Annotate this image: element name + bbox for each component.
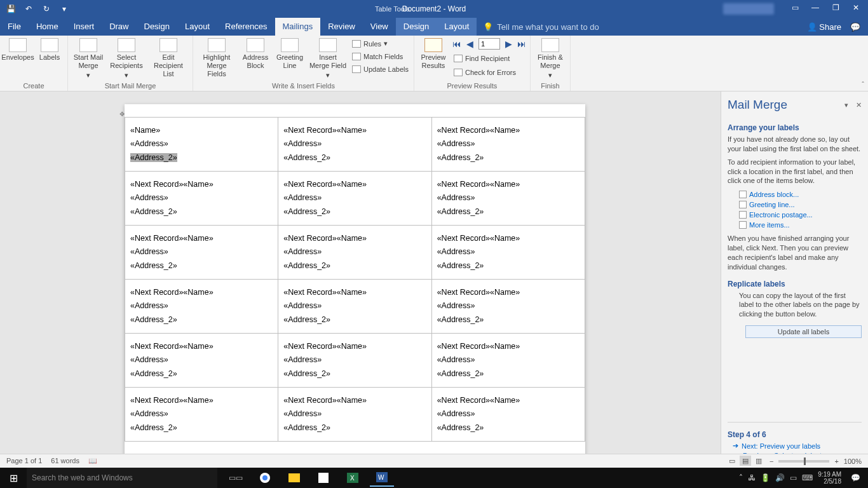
tab-home[interactable]: Home xyxy=(29,18,66,36)
battery-icon[interactable]: 🔋 xyxy=(761,473,770,482)
last-record-icon[interactable]: ⏭ xyxy=(517,39,526,49)
tab-table-design[interactable]: Design xyxy=(396,18,437,36)
start-mail-merge-button[interactable]: Start Mail Merge ▾ xyxy=(72,38,105,80)
pane-close-icon[interactable]: ✕ xyxy=(856,101,862,109)
tray-chevron-icon[interactable]: ˄ xyxy=(739,473,743,482)
next-record-icon[interactable]: ▶ xyxy=(505,39,512,49)
electronic-postage-link[interactable]: Electronic postage... xyxy=(739,211,862,219)
label-cell[interactable]: «Next Record»«Name»«Address»«Address_2» xyxy=(431,334,585,388)
keyboard-icon[interactable]: ⌨ xyxy=(802,473,813,482)
label-cell[interactable]: «Next Record»«Name»«Address»«Address_2» xyxy=(431,226,585,280)
update-all-labels-button[interactable]: Update all labels xyxy=(745,325,862,338)
record-number-input[interactable] xyxy=(478,38,500,50)
document-area[interactable]: ✥ «Name»«Address»«Address_2»«Next Record… xyxy=(0,92,721,465)
qat-customize-icon[interactable]: ▾ xyxy=(58,4,70,13)
label-cell[interactable]: «Next Record»«Name»«Address»«Address_2» xyxy=(278,172,431,226)
label-cell[interactable]: «Next Record»«Name»«Address»«Address_2» xyxy=(431,280,585,334)
share-button[interactable]: 👤 Share xyxy=(807,22,841,32)
label-cell[interactable]: «Name»«Address»«Address_2» xyxy=(125,118,278,172)
label-cell[interactable]: «Next Record»«Name»«Address»«Address_2» xyxy=(125,226,278,280)
label-cell[interactable]: «Next Record»«Name»«Address»«Address_2» xyxy=(125,172,278,226)
spellcheck-icon[interactable]: 📖 xyxy=(88,457,97,465)
network-icon[interactable]: 🖧 xyxy=(748,473,756,482)
label-cell[interactable]: «Next Record»«Name»«Address»«Address_2» xyxy=(125,280,278,334)
read-mode-icon[interactable]: ▭ xyxy=(726,456,738,466)
tab-layout[interactable]: Layout xyxy=(177,18,217,36)
word-count[interactable]: 61 words xyxy=(51,457,79,465)
ime-icon[interactable]: ▭ xyxy=(790,473,797,482)
tab-review[interactable]: Review xyxy=(320,18,363,36)
label-cell[interactable]: «Next Record»«Name»«Address»«Address_2» xyxy=(278,280,431,334)
highlight-merge-fields-button[interactable]: Highlight Merge Fields xyxy=(197,38,236,79)
tab-file[interactable]: File xyxy=(0,18,29,36)
next-step-link[interactable]: ➔ Next: Preview your labels xyxy=(733,442,862,450)
prev-record-icon[interactable]: ◀ xyxy=(466,39,473,49)
minimize-icon[interactable]: — xyxy=(810,3,821,15)
redo-icon[interactable]: ↻ xyxy=(41,4,52,13)
web-layout-icon[interactable]: ▥ xyxy=(753,456,764,466)
pane-options-icon[interactable]: ▾ xyxy=(844,101,848,109)
page-indicator[interactable]: Page 1 of 1 xyxy=(6,457,42,465)
notifications-icon[interactable]: 💬 xyxy=(846,473,864,482)
address-block-button[interactable]: Address Block xyxy=(240,38,271,70)
user-account-button[interactable] xyxy=(723,3,774,15)
tab-table-layout[interactable]: Layout xyxy=(437,18,477,36)
chrome-icon[interactable] xyxy=(253,469,277,487)
preview-results-button[interactable]: Preview Results xyxy=(418,38,449,70)
word-icon[interactable]: W xyxy=(370,469,394,487)
feedback-icon[interactable]: 💬 xyxy=(850,22,860,32)
labels-table[interactable]: «Name»«Address»«Address_2»«Next Record»«… xyxy=(125,117,585,442)
label-cell[interactable]: «Next Record»«Name»«Address»«Address_2» xyxy=(125,388,278,442)
zoom-out-icon[interactable]: − xyxy=(770,458,773,465)
check-errors-button[interactable]: Check for Errors xyxy=(452,67,526,78)
store-icon[interactable] xyxy=(311,469,336,487)
tab-draw[interactable]: Draw xyxy=(102,18,136,36)
select-recipients-button[interactable]: Select Recipients ▾ xyxy=(109,38,144,80)
label-cell[interactable]: «Next Record»«Name»«Address»«Address_2» xyxy=(278,334,431,388)
close-icon[interactable]: ✕ xyxy=(850,3,862,15)
save-icon[interactable]: 💾 xyxy=(5,4,17,13)
edit-recipient-list-button[interactable]: Edit Recipient List xyxy=(148,38,189,79)
rules-button[interactable]: Rules ▾ xyxy=(351,38,410,49)
label-cell[interactable]: «Next Record»«Name»«Address»«Address_2» xyxy=(278,118,431,172)
label-cell[interactable]: «Next Record»«Name»«Address»«Address_2» xyxy=(125,334,278,388)
match-fields-button[interactable]: Match Fields xyxy=(351,51,410,62)
find-recipient-button[interactable]: Find Recipient xyxy=(452,53,526,64)
task-view-icon[interactable]: ▭▭ xyxy=(224,469,248,487)
restore-icon[interactable]: ❐ xyxy=(830,3,841,15)
address-block-link[interactable]: Address block... xyxy=(739,191,862,198)
label-cell[interactable]: «Next Record»«Name»«Address»«Address_2» xyxy=(431,172,585,226)
print-layout-icon[interactable]: ▤ xyxy=(740,456,751,466)
zoom-in-icon[interactable]: + xyxy=(834,458,838,465)
start-button[interactable]: ⊞ xyxy=(0,472,27,484)
file-explorer-icon[interactable] xyxy=(282,469,306,487)
label-cell[interactable]: «Next Record»«Name»«Address»«Address_2» xyxy=(431,388,585,442)
table-select-handle-icon[interactable]: ✥ xyxy=(119,111,125,118)
labels-button[interactable]: Labels xyxy=(36,38,64,62)
tab-references[interactable]: References xyxy=(217,18,275,36)
collapse-ribbon-icon[interactable]: ˆ xyxy=(862,81,864,88)
zoom-level[interactable]: 100% xyxy=(844,458,862,465)
tellme-input[interactable]: 💡 Tell me what you want to do xyxy=(477,18,605,36)
update-labels-button[interactable]: Update Labels xyxy=(351,64,410,74)
excel-icon[interactable]: X xyxy=(341,469,365,487)
volume-icon[interactable]: 🔊 xyxy=(775,473,785,482)
greeting-line-link[interactable]: Greeting line... xyxy=(739,201,862,208)
tab-design[interactable]: Design xyxy=(137,18,177,36)
first-record-icon[interactable]: ⏮ xyxy=(452,39,461,49)
label-cell[interactable]: «Next Record»«Name»«Address»«Address_2» xyxy=(278,388,431,442)
insert-merge-field-button[interactable]: Insert Merge Field ▾ xyxy=(309,38,347,80)
label-cell[interactable]: «Next Record»«Name»«Address»«Address_2» xyxy=(278,226,431,280)
taskbar-search[interactable]: Search the web and Windows xyxy=(27,468,217,488)
finish-merge-button[interactable]: Finish & Merge ▾ xyxy=(534,38,566,80)
tab-insert[interactable]: Insert xyxy=(66,18,102,36)
zoom-slider[interactable] xyxy=(778,460,829,463)
tab-mailings[interactable]: Mailings xyxy=(275,18,321,36)
ribbon-options-icon[interactable]: ▭ xyxy=(789,3,801,15)
clock[interactable]: 9:19 AM 2/5/18 xyxy=(818,471,841,485)
tab-view[interactable]: View xyxy=(363,18,396,36)
more-items-link[interactable]: More items... xyxy=(739,221,862,229)
envelopes-button[interactable]: Envelopes xyxy=(4,38,32,62)
greeting-line-button[interactable]: Greeting Line xyxy=(275,38,305,70)
undo-icon[interactable]: ↶ xyxy=(23,4,34,13)
